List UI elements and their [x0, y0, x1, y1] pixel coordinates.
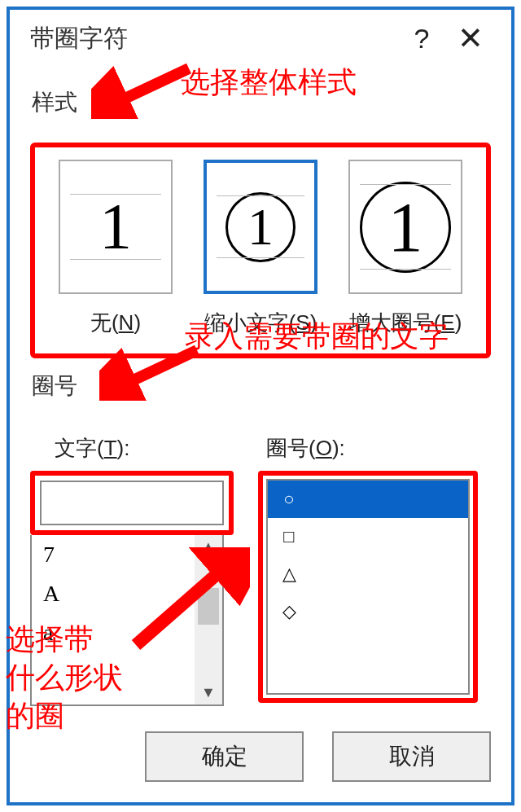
scroll-down-icon[interactable]: ▼ — [201, 684, 216, 701]
scrollbar[interactable]: ▲ ▼ — [195, 535, 222, 704]
style-options: 1 无(N) 1 缩小文字(S) — [30, 143, 491, 358]
cancel-button[interactable]: 取消 — [332, 731, 491, 782]
preview-none: 1 — [59, 160, 173, 294]
enclosure-section-label: 圈号 — [32, 371, 491, 402]
dialog-footer: 确定 取消 — [30, 731, 491, 782]
list-item[interactable]: a — [32, 613, 222, 652]
scroll-thumb[interactable] — [198, 588, 219, 625]
style-section-label: 样式 — [32, 87, 491, 118]
dialog-title: 带圈字符 — [30, 22, 128, 55]
enclosure-item-circle[interactable]: ○ — [268, 481, 468, 518]
list-item[interactable]: A — [32, 574, 222, 613]
style-label-shrink: 缩小文字(S) — [204, 309, 317, 337]
enclosure-item-triangle[interactable]: △ — [268, 555, 468, 593]
enclosure-label: 圈号(O): — [266, 434, 478, 463]
glyph: 1 — [360, 182, 451, 273]
preview-enlarge: 1 — [348, 160, 462, 294]
titlebar: 带圈字符 ? ✕ — [10, 10, 511, 67]
style-option-enlarge[interactable]: 1 增大圈号(E) — [348, 160, 462, 337]
style-option-none[interactable]: 1 无(N) — [59, 160, 173, 337]
text-input-highlight — [30, 471, 234, 535]
enclosure-highlight: ○ □ △ ◇ — [258, 471, 478, 703]
ok-button[interactable]: 确定 — [145, 731, 304, 782]
scroll-up-icon[interactable]: ▲ — [201, 538, 216, 555]
style-label-enlarge: 增大圈号(E) — [349, 309, 462, 337]
enclosure-item-square[interactable]: □ — [268, 518, 468, 555]
preview-shrink: 1 — [204, 160, 317, 294]
list-item[interactable]: 7 — [32, 535, 222, 574]
style-option-shrink[interactable]: 1 缩小文字(S) — [204, 160, 317, 337]
text-input[interactable] — [40, 481, 224, 525]
enclosure-list[interactable]: ○ □ △ ◇ — [266, 479, 470, 695]
glyph: 1 — [99, 190, 132, 264]
close-icon[interactable]: ✕ — [446, 20, 495, 56]
text-label: 文字(T): — [55, 434, 234, 463]
enclosure-item-diamond[interactable]: ◇ — [268, 593, 468, 630]
style-label-none: 无(N) — [90, 309, 141, 337]
help-icon[interactable]: ? — [397, 23, 446, 55]
text-suggestion-list[interactable]: 7 A a ▲ ▼ — [30, 535, 224, 706]
glyph: 1 — [225, 192, 296, 262]
dialog-window: 带圈字符 ? ✕ 样式 选择整体样式 1 无(N) — [7, 7, 514, 805]
